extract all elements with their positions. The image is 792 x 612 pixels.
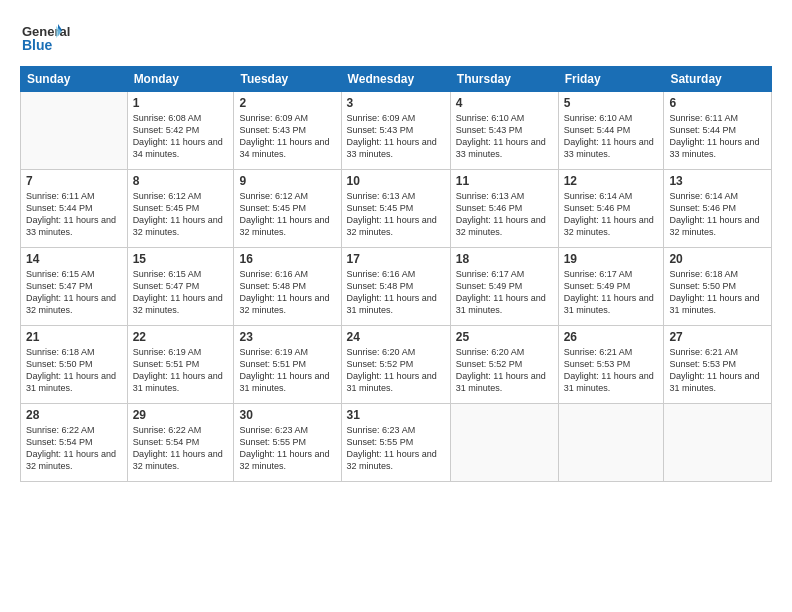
day-number: 28 [26, 408, 122, 422]
day-number: 18 [456, 252, 553, 266]
calendar-cell [450, 404, 558, 482]
day-info: Sunrise: 6:23 AMSunset: 5:55 PMDaylight:… [347, 424, 445, 473]
calendar-cell [21, 92, 128, 170]
logo: General Blue [20, 16, 110, 56]
calendar-cell: 29Sunrise: 6:22 AMSunset: 5:54 PMDayligh… [127, 404, 234, 482]
day-info: Sunrise: 6:09 AMSunset: 5:43 PMDaylight:… [347, 112, 445, 161]
day-info: Sunrise: 6:11 AMSunset: 5:44 PMDaylight:… [26, 190, 122, 239]
day-info: Sunrise: 6:13 AMSunset: 5:45 PMDaylight:… [347, 190, 445, 239]
calendar-cell: 20Sunrise: 6:18 AMSunset: 5:50 PMDayligh… [664, 248, 772, 326]
day-number: 5 [564, 96, 659, 110]
calendar-cell: 13Sunrise: 6:14 AMSunset: 5:46 PMDayligh… [664, 170, 772, 248]
calendar-cell: 30Sunrise: 6:23 AMSunset: 5:55 PMDayligh… [234, 404, 341, 482]
day-number: 15 [133, 252, 229, 266]
day-number: 16 [239, 252, 335, 266]
day-number: 31 [347, 408, 445, 422]
day-number: 8 [133, 174, 229, 188]
calendar-cell: 3Sunrise: 6:09 AMSunset: 5:43 PMDaylight… [341, 92, 450, 170]
weekday-header: Friday [558, 67, 664, 92]
calendar-cell: 19Sunrise: 6:17 AMSunset: 5:49 PMDayligh… [558, 248, 664, 326]
day-info: Sunrise: 6:15 AMSunset: 5:47 PMDaylight:… [133, 268, 229, 317]
day-number: 9 [239, 174, 335, 188]
calendar-cell: 9Sunrise: 6:12 AMSunset: 5:45 PMDaylight… [234, 170, 341, 248]
day-number: 25 [456, 330, 553, 344]
day-info: Sunrise: 6:12 AMSunset: 5:45 PMDaylight:… [239, 190, 335, 239]
calendar-cell: 22Sunrise: 6:19 AMSunset: 5:51 PMDayligh… [127, 326, 234, 404]
day-number: 14 [26, 252, 122, 266]
day-info: Sunrise: 6:13 AMSunset: 5:46 PMDaylight:… [456, 190, 553, 239]
day-number: 21 [26, 330, 122, 344]
calendar-cell: 15Sunrise: 6:15 AMSunset: 5:47 PMDayligh… [127, 248, 234, 326]
calendar-cell: 11Sunrise: 6:13 AMSunset: 5:46 PMDayligh… [450, 170, 558, 248]
day-info: Sunrise: 6:20 AMSunset: 5:52 PMDaylight:… [347, 346, 445, 395]
day-number: 22 [133, 330, 229, 344]
day-number: 13 [669, 174, 766, 188]
day-info: Sunrise: 6:09 AMSunset: 5:43 PMDaylight:… [239, 112, 335, 161]
calendar-cell: 12Sunrise: 6:14 AMSunset: 5:46 PMDayligh… [558, 170, 664, 248]
weekday-header: Sunday [21, 67, 128, 92]
weekday-header: Saturday [664, 67, 772, 92]
calendar-cell: 7Sunrise: 6:11 AMSunset: 5:44 PMDaylight… [21, 170, 128, 248]
day-info: Sunrise: 6:23 AMSunset: 5:55 PMDaylight:… [239, 424, 335, 473]
calendar-week-row: 7Sunrise: 6:11 AMSunset: 5:44 PMDaylight… [21, 170, 772, 248]
day-number: 12 [564, 174, 659, 188]
day-number: 26 [564, 330, 659, 344]
day-number: 10 [347, 174, 445, 188]
day-number: 20 [669, 252, 766, 266]
calendar-cell: 24Sunrise: 6:20 AMSunset: 5:52 PMDayligh… [341, 326, 450, 404]
calendar-week-row: 14Sunrise: 6:15 AMSunset: 5:47 PMDayligh… [21, 248, 772, 326]
calendar-cell: 4Sunrise: 6:10 AMSunset: 5:43 PMDaylight… [450, 92, 558, 170]
calendar-cell: 6Sunrise: 6:11 AMSunset: 5:44 PMDaylight… [664, 92, 772, 170]
day-info: Sunrise: 6:14 AMSunset: 5:46 PMDaylight:… [564, 190, 659, 239]
calendar-cell [664, 404, 772, 482]
day-number: 23 [239, 330, 335, 344]
calendar-cell: 16Sunrise: 6:16 AMSunset: 5:48 PMDayligh… [234, 248, 341, 326]
calendar-table: SundayMondayTuesdayWednesdayThursdayFrid… [20, 66, 772, 482]
day-info: Sunrise: 6:19 AMSunset: 5:51 PMDaylight:… [239, 346, 335, 395]
day-number: 30 [239, 408, 335, 422]
calendar-cell: 21Sunrise: 6:18 AMSunset: 5:50 PMDayligh… [21, 326, 128, 404]
day-number: 11 [456, 174, 553, 188]
calendar-cell: 28Sunrise: 6:22 AMSunset: 5:54 PMDayligh… [21, 404, 128, 482]
header: General Blue [20, 16, 772, 56]
day-number: 29 [133, 408, 229, 422]
day-info: Sunrise: 6:14 AMSunset: 5:46 PMDaylight:… [669, 190, 766, 239]
calendar-cell: 25Sunrise: 6:20 AMSunset: 5:52 PMDayligh… [450, 326, 558, 404]
day-number: 1 [133, 96, 229, 110]
day-info: Sunrise: 6:21 AMSunset: 5:53 PMDaylight:… [564, 346, 659, 395]
calendar-week-row: 1Sunrise: 6:08 AMSunset: 5:42 PMDaylight… [21, 92, 772, 170]
calendar-cell: 1Sunrise: 6:08 AMSunset: 5:42 PMDaylight… [127, 92, 234, 170]
page: General Blue SundayMondayTuesdayWednesda… [0, 0, 792, 612]
calendar-cell: 5Sunrise: 6:10 AMSunset: 5:44 PMDaylight… [558, 92, 664, 170]
day-number: 19 [564, 252, 659, 266]
day-info: Sunrise: 6:16 AMSunset: 5:48 PMDaylight:… [347, 268, 445, 317]
day-number: 6 [669, 96, 766, 110]
day-number: 24 [347, 330, 445, 344]
calendar-cell: 18Sunrise: 6:17 AMSunset: 5:49 PMDayligh… [450, 248, 558, 326]
day-info: Sunrise: 6:08 AMSunset: 5:42 PMDaylight:… [133, 112, 229, 161]
day-info: Sunrise: 6:22 AMSunset: 5:54 PMDaylight:… [26, 424, 122, 473]
day-number: 7 [26, 174, 122, 188]
calendar-cell: 23Sunrise: 6:19 AMSunset: 5:51 PMDayligh… [234, 326, 341, 404]
day-info: Sunrise: 6:10 AMSunset: 5:43 PMDaylight:… [456, 112, 553, 161]
day-info: Sunrise: 6:12 AMSunset: 5:45 PMDaylight:… [133, 190, 229, 239]
day-info: Sunrise: 6:11 AMSunset: 5:44 PMDaylight:… [669, 112, 766, 161]
day-info: Sunrise: 6:18 AMSunset: 5:50 PMDaylight:… [669, 268, 766, 317]
calendar-cell: 27Sunrise: 6:21 AMSunset: 5:53 PMDayligh… [664, 326, 772, 404]
day-number: 2 [239, 96, 335, 110]
day-info: Sunrise: 6:17 AMSunset: 5:49 PMDaylight:… [564, 268, 659, 317]
day-info: Sunrise: 6:15 AMSunset: 5:47 PMDaylight:… [26, 268, 122, 317]
calendar-header-row: SundayMondayTuesdayWednesdayThursdayFrid… [21, 67, 772, 92]
day-info: Sunrise: 6:16 AMSunset: 5:48 PMDaylight:… [239, 268, 335, 317]
calendar-cell [558, 404, 664, 482]
day-number: 17 [347, 252, 445, 266]
day-number: 4 [456, 96, 553, 110]
weekday-header: Thursday [450, 67, 558, 92]
calendar-cell: 2Sunrise: 6:09 AMSunset: 5:43 PMDaylight… [234, 92, 341, 170]
day-info: Sunrise: 6:18 AMSunset: 5:50 PMDaylight:… [26, 346, 122, 395]
day-info: Sunrise: 6:20 AMSunset: 5:52 PMDaylight:… [456, 346, 553, 395]
calendar-week-row: 21Sunrise: 6:18 AMSunset: 5:50 PMDayligh… [21, 326, 772, 404]
day-number: 27 [669, 330, 766, 344]
day-number: 3 [347, 96, 445, 110]
day-info: Sunrise: 6:21 AMSunset: 5:53 PMDaylight:… [669, 346, 766, 395]
